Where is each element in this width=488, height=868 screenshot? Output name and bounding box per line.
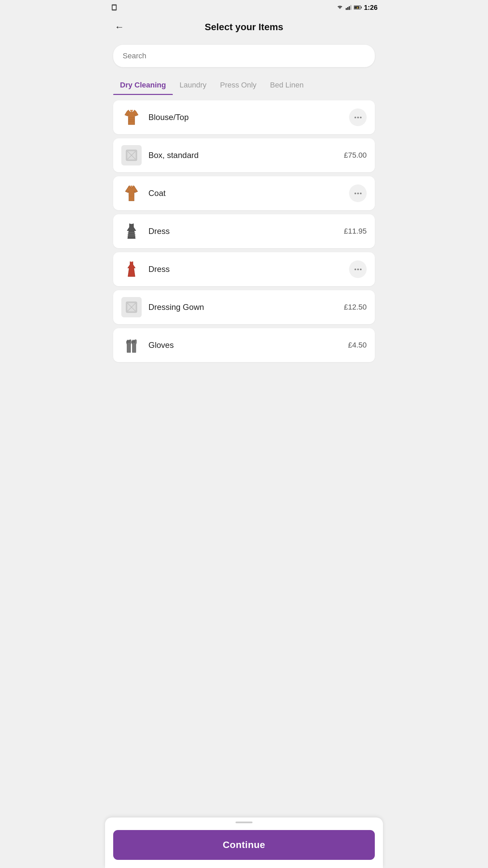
box-standard-icon — [121, 145, 142, 165]
tab-laundry[interactable]: Laundry — [173, 75, 214, 95]
page-title: Select your Items — [205, 22, 283, 33]
item-price-dress-1: £11.95 — [344, 227, 367, 236]
gloves-icon — [121, 335, 142, 355]
clock: 1:26 — [364, 4, 378, 12]
status-left — [110, 4, 118, 11]
dressing-gown-icon — [121, 297, 142, 317]
svg-rect-11 — [128, 119, 135, 120]
items-list: Blouse/Top Box, standard £75.00 — [105, 95, 383, 368]
item-more-button-dress-2[interactable] — [349, 260, 367, 278]
status-right: ⚡ 1:26 — [336, 4, 378, 12]
svg-rect-2 — [346, 8, 347, 10]
svg-rect-1 — [113, 6, 116, 9]
svg-text:⚡: ⚡ — [356, 6, 359, 9]
dress-dark-icon — [121, 221, 142, 241]
svg-rect-4 — [349, 6, 350, 10]
search-container — [105, 39, 383, 73]
list-item: Dress — [113, 252, 375, 286]
item-price-dressing-gown: £12.50 — [344, 303, 367, 312]
svg-rect-10 — [128, 117, 135, 118]
wifi-icon — [336, 5, 344, 10]
sim-icon — [110, 4, 118, 11]
list-item: Coat — [113, 176, 375, 210]
list-item: Dressing Gown £12.50 — [113, 290, 375, 324]
list-item: Gloves £4.50 — [113, 328, 375, 362]
signal-icon — [346, 5, 352, 10]
item-price-gloves: £4.50 — [348, 341, 367, 350]
list-item: Box, standard £75.00 — [113, 138, 375, 172]
tabs: Dry Cleaning Laundry Press Only Bed Line… — [105, 73, 383, 95]
svg-rect-3 — [347, 7, 348, 10]
item-name-box-standard: Box, standard — [148, 151, 344, 160]
dress-red-icon — [121, 259, 142, 279]
search-input[interactable] — [113, 45, 375, 67]
svg-rect-5 — [350, 5, 351, 10]
item-name-coat: Coat — [148, 189, 349, 198]
item-name-gloves: Gloves — [148, 340, 348, 350]
items-scroll-area: Blouse/Top Box, standard £75.00 — [105, 95, 383, 435]
tab-bed-linen[interactable]: Bed Linen — [263, 75, 310, 95]
item-price-box-standard: £75.00 — [344, 151, 367, 160]
list-item: Dress £11.95 — [113, 214, 375, 248]
svg-rect-12 — [128, 121, 135, 121]
back-button[interactable]: ← — [113, 20, 125, 34]
tab-dry-cleaning[interactable]: Dry Cleaning — [113, 75, 173, 95]
item-more-button-blouse-top[interactable] — [349, 108, 367, 126]
item-name-dressing-gown: Dressing Gown — [148, 302, 344, 312]
coat-icon — [121, 183, 142, 203]
tab-press-only[interactable]: Press Only — [213, 75, 263, 95]
battery-icon: ⚡ — [354, 5, 362, 10]
item-more-button-coat[interactable] — [349, 184, 367, 202]
list-item: Blouse/Top — [113, 100, 375, 134]
item-name-dress-2: Dress — [148, 264, 349, 274]
svg-rect-8 — [361, 6, 362, 8]
item-name-blouse-top: Blouse/Top — [148, 113, 349, 122]
item-name-dress-1: Dress — [148, 226, 344, 236]
header: ← Select your Items — [105, 15, 383, 39]
blouse-top-icon — [121, 107, 142, 127]
status-bar: ⚡ 1:26 — [105, 0, 383, 15]
